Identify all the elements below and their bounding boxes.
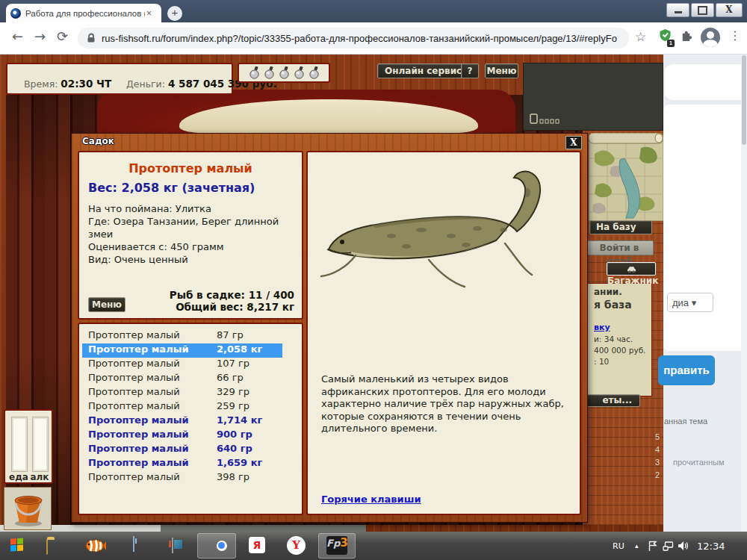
food-gauge-label: еда: [9, 472, 28, 482]
browser-menu-icon[interactable]: ⋮: [729, 28, 741, 43]
hotkeys-link[interactable]: Горячие клавиши: [321, 494, 421, 505]
new-tab-button[interactable]: +: [167, 6, 182, 21]
dialog-menu-button[interactable]: Меню: [88, 297, 125, 312]
start-pane: [10, 538, 16, 544]
rf3-fp: Fр: [326, 538, 340, 549]
list-item[interactable]: Протоптер малый2,058 кг: [82, 343, 282, 358]
tray-up-arrow-icon[interactable]: ▴: [635, 532, 639, 560]
list-item-weight: 900 гр: [217, 429, 252, 440]
lock-icon: [87, 33, 96, 43]
scrollbar-thumb[interactable]: [742, 55, 746, 145]
forward-icon[interactable]: →: [34, 28, 46, 44]
url-text: rus-fishsoft.ru/forum/index.php?/topic/3…: [102, 33, 617, 44]
action-center-flag-icon[interactable]: [648, 532, 657, 560]
bucket-icon: [8, 490, 47, 527]
list-item-name: Протоптер малый: [88, 329, 180, 340]
network-icon[interactable]: [663, 532, 674, 560]
window-close-button[interactable]: X: [716, 3, 743, 17]
window-minimize-button[interactable]: [666, 3, 689, 17]
shield-extension-icon[interactable]: 1: [659, 28, 672, 45]
photo-viewer-icon[interactable]: [172, 538, 173, 553]
to-base-button[interactable]: На базу: [589, 220, 652, 234]
battery-icon: [530, 113, 565, 124]
enter-hq-button[interactable]: Войти в штаб: [585, 240, 654, 255]
minimize-icon: [675, 11, 682, 13]
list-item[interactable]: Протоптер малый900 гр: [82, 429, 282, 443]
trunk-button[interactable]: Багажник: [607, 262, 656, 276]
tab-close-icon[interactable]: ×: [146, 8, 152, 19]
tab-title: Работа для профессионалов (Танз: [25, 9, 145, 18]
submit-button[interactable]: править: [658, 355, 715, 385]
top-menu-button[interactable]: Меню: [485, 63, 518, 78]
tray-clock[interactable]: 12:34: [697, 532, 725, 560]
rf3-game-icon[interactable]: Fр3: [326, 536, 347, 555]
page-number[interactable]: 4: [652, 445, 663, 458]
extensions-puzzle-icon[interactable]: [680, 29, 692, 45]
list-item-weight: 259 гр: [217, 400, 249, 411]
yandex-browser-icon[interactable]: Y: [287, 536, 306, 555]
info-line: : 10: [594, 357, 651, 366]
list-item-name: Протоптер малый: [88, 372, 180, 383]
info-line: ании.: [594, 287, 651, 297]
profile-avatar[interactable]: [701, 28, 720, 47]
reload-icon[interactable]: ⟳: [57, 28, 68, 44]
list-item[interactable]: Протоптер малый329 гр: [82, 386, 282, 400]
fish-description: Самый маленький из четырех видов африкан…: [321, 373, 571, 435]
explorer-icon[interactable]: [46, 539, 48, 555]
page-number[interactable]: 3: [652, 458, 663, 470]
bucket-slot[interactable]: [4, 487, 52, 530]
calculator-icon[interactable]: [133, 536, 134, 552]
alcohol-gauge: [32, 417, 49, 472]
info-link[interactable]: вку: [594, 323, 651, 332]
desktop-strip: [161, 525, 366, 532]
start-button[interactable]: [10, 538, 23, 552]
list-item-weight: 2,058 кг: [217, 343, 262, 355]
keepnet-counters: Рыб в садке: 11 / 400 Общий вес: 8,217 к…: [170, 289, 294, 313]
fish-caught-on: На что поймана: Улитка: [88, 202, 302, 215]
list-item[interactable]: Протоптер малый87 гр: [82, 329, 282, 343]
back-icon[interactable]: ←: [12, 28, 23, 44]
minimap[interactable]: [589, 133, 663, 224]
list-item[interactable]: Протоптер малый1,659 кг: [82, 457, 282, 471]
screen: Работа для профессионалов (Танз × + X ← …: [0, 0, 747, 560]
fish-kind: Вид: Очень ценный: [88, 253, 302, 266]
media-dropdown[interactable]: диа ▾: [667, 293, 713, 312]
bookmark-star-icon[interactable]: ☆: [635, 29, 646, 44]
list-item-weight: 1,714 кг: [217, 414, 262, 426]
window-maximize-button[interactable]: [691, 3, 714, 17]
pinned-topic-fragment: анная тема: [664, 417, 707, 426]
browser-tab[interactable]: Работа для профессионалов (Танз ×: [6, 4, 161, 22]
rf3-three: 3: [340, 536, 347, 550]
info-line: я база: [594, 299, 651, 311]
list-item[interactable]: Протоптер малый640 гр: [82, 443, 282, 457]
total-weight: Общий вес: 8,217 кг: [170, 301, 294, 313]
food-gauge: [11, 417, 28, 472]
bell-icon: [294, 66, 305, 79]
list-item-weight: 87 гр: [217, 329, 244, 340]
dialog-title: Садок: [82, 136, 114, 146]
help-button[interactable]: ?: [461, 63, 479, 78]
list-item[interactable]: Протоптер малый66 гр: [82, 372, 282, 386]
money-label: Деньги:: [126, 78, 165, 90]
page-number[interactable]: 2: [652, 470, 663, 483]
list-item[interactable]: Протоптер малый259 гр: [82, 400, 282, 414]
fish-info-panel: Протоптер малый Вес: 2,058 кг (зачетная)…: [78, 151, 303, 320]
volume-icon[interactable]: [678, 532, 689, 560]
start-pane: [17, 545, 23, 551]
fish-valued-from: Оценивается с: 450 грамм: [88, 240, 302, 253]
list-item[interactable]: Протоптер малый398 гр: [82, 471, 282, 485]
page-numbers[interactable]: 5432: [652, 432, 663, 483]
hud-panel: Время: 02:30 ЧТ Деньги: 4 587 045 390 ру…: [6, 63, 233, 95]
list-item[interactable]: Протоптер малый1,714 кг: [82, 414, 282, 429]
clownfish-icon[interactable]: [85, 538, 106, 554]
dialog-close-button[interactable]: X: [565, 136, 582, 149]
time-label: Время:: [24, 78, 58, 90]
yandex-app-icon[interactable]: Я: [249, 537, 265, 553]
page-number[interactable]: 5: [652, 432, 663, 445]
address-bar[interactable]: rus-fishsoft.ru/forum/index.php?/topic/3…: [78, 28, 629, 49]
list-item-weight: 398 гр: [217, 471, 249, 482]
tray-language[interactable]: RU: [613, 532, 624, 560]
bells-panel[interactable]: [238, 63, 330, 83]
list-item-name: Протоптер малый: [88, 429, 189, 440]
list-item[interactable]: Протоптер малый107 гр: [82, 358, 282, 372]
